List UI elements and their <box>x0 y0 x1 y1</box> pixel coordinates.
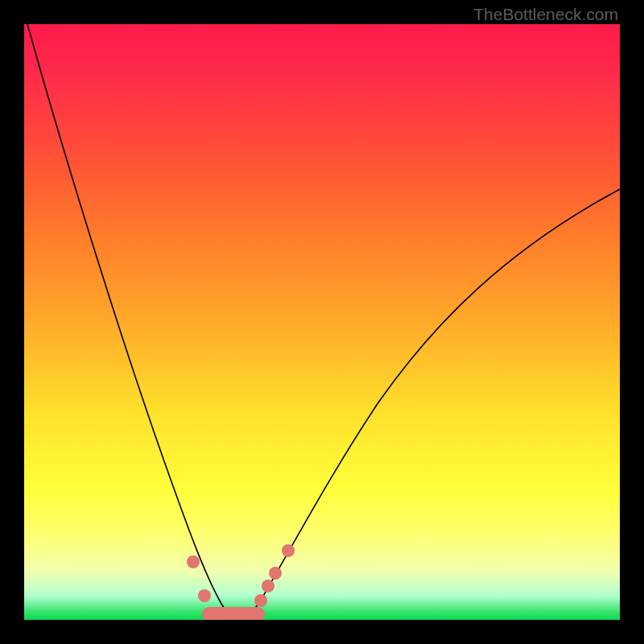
chart-container: TheBottleneck.com <box>0 0 644 644</box>
svg-point-3 <box>262 580 275 592</box>
watermark-text: TheBottleneck.com <box>473 5 618 24</box>
svg-point-5 <box>282 544 295 557</box>
marker-dots <box>187 544 295 607</box>
svg-point-1 <box>198 589 211 602</box>
chart-overlay <box>24 24 620 620</box>
svg-point-0 <box>187 555 200 568</box>
svg-point-2 <box>254 594 267 607</box>
svg-point-4 <box>269 567 282 580</box>
bottleneck-curve <box>27 24 620 618</box>
